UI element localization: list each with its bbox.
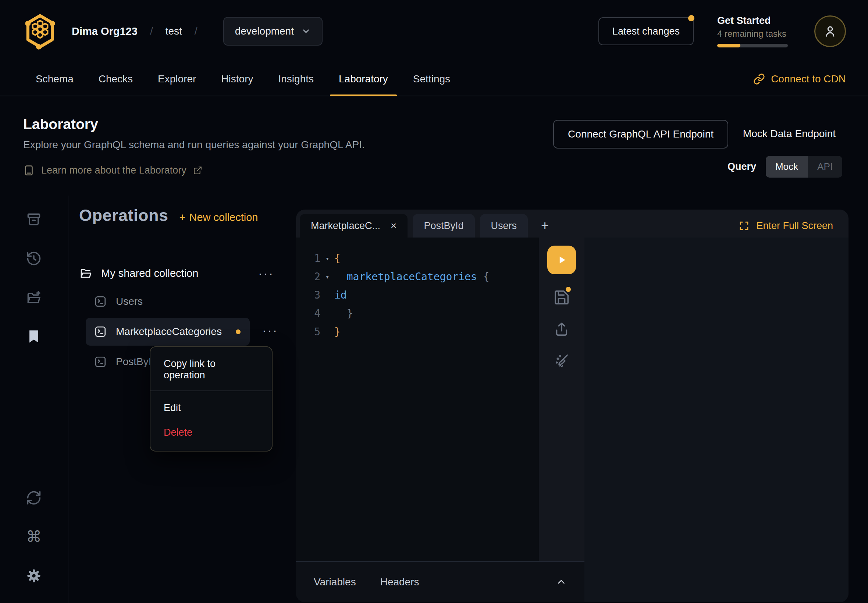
connect-graphql-endpoint-button[interactable]: Connect GraphQL API Endpoint xyxy=(553,120,728,148)
get-started-title: Get Started xyxy=(717,15,791,26)
editor-tab-post-by-id[interactable]: PostById xyxy=(413,214,475,238)
learn-more-link[interactable]: Learn more about the Laboratory xyxy=(23,165,365,176)
history-icon[interactable] xyxy=(26,250,42,267)
plus-icon: + xyxy=(179,212,186,224)
new-collection-button[interactable]: + New collection xyxy=(179,212,258,224)
environment-select[interactable]: development xyxy=(223,17,323,46)
tab-explorer[interactable]: Explorer xyxy=(145,62,209,96)
share-operation-button[interactable] xyxy=(553,321,570,337)
folder-open-icon xyxy=(79,267,92,280)
get-started-widget[interactable]: Get Started 4 remaining tasks xyxy=(717,15,791,48)
operation-item-users[interactable]: Users xyxy=(86,288,250,315)
collection-menu-button[interactable]: ··· xyxy=(258,269,274,277)
operation-context-menu: Copy link to operation Edit Delete xyxy=(150,346,272,451)
breadcrumb: Dima Org123 / test / development xyxy=(72,17,323,46)
editor-tab-label: MarketplaceC... xyxy=(311,220,380,232)
editor-tabstrip: MarketplaceC... × PostById Users + Enter… xyxy=(296,210,848,238)
book-icon xyxy=(23,165,34,176)
editor-tab-label: PostById xyxy=(424,220,463,232)
page-header: Laboratory Explore your GraphQL schema a… xyxy=(0,97,868,196)
bookmarks-icon[interactable] xyxy=(26,328,42,345)
menu-item-delete[interactable]: Delete xyxy=(150,419,272,451)
fullscreen-icon xyxy=(738,220,750,231)
editor-body: 1 ▾ { 2 ▾ marketplaceCategories { 3 id 4… xyxy=(296,238,848,602)
user-avatar[interactable] xyxy=(814,15,846,47)
operations-title: Operations xyxy=(79,206,169,225)
get-started-progress-fill xyxy=(717,44,740,48)
menu-item-copy-link[interactable]: Copy link to operation xyxy=(150,347,272,391)
learn-more-label: Learn more about the Laboratory xyxy=(41,165,186,176)
chevron-up-icon[interactable] xyxy=(556,577,567,588)
query-editor[interactable]: 1 ▾ { 2 ▾ marketplaceCategories { 3 id 4… xyxy=(296,238,539,561)
tab-checks[interactable]: Checks xyxy=(86,62,145,96)
collection-row[interactable]: My shared collection ··· xyxy=(79,261,274,285)
play-icon xyxy=(555,254,568,267)
menu-item-edit[interactable]: Edit xyxy=(150,391,272,419)
keyboard-shortcuts-icon[interactable]: ⌘ xyxy=(26,529,42,545)
mock-data-endpoint-button[interactable]: Mock Data Endpoint xyxy=(743,128,836,140)
notification-dot xyxy=(688,15,695,21)
code-line: 2 ▾ marketplaceCategories { xyxy=(296,267,539,286)
breadcrumb-org[interactable]: Dima Org123 xyxy=(72,25,138,37)
query-mode-label: Query xyxy=(727,161,756,172)
tab-laboratory[interactable]: Laboratory xyxy=(326,62,401,96)
link-icon xyxy=(753,73,765,85)
top-bar-right: Latest changes Get Started 4 remaining t… xyxy=(599,15,846,48)
new-tab-button[interactable]: + xyxy=(534,214,555,238)
operation-menu-button[interactable]: ··· xyxy=(262,326,278,334)
breadcrumb-project[interactable]: test xyxy=(166,25,182,37)
user-icon xyxy=(822,23,838,39)
breadcrumb-separator: / xyxy=(150,25,153,37)
query-mode-row: Query Mock API xyxy=(727,156,842,178)
enter-full-screen-button[interactable]: Enter Full Screen xyxy=(738,214,833,238)
get-started-tasks: 4 remaining tasks xyxy=(717,29,791,39)
tab-insights[interactable]: Insights xyxy=(266,62,326,96)
unsaved-changes-dot xyxy=(566,287,571,292)
run-query-button[interactable] xyxy=(547,246,576,274)
collection-name: My shared collection xyxy=(101,267,198,280)
latest-changes-button[interactable]: Latest changes xyxy=(599,17,694,45)
code-line: 1 ▾ { xyxy=(296,249,539,267)
operation-name: Users xyxy=(116,295,143,308)
new-collection-label: New collection xyxy=(189,212,258,224)
sync-schema-icon[interactable] xyxy=(26,490,42,506)
settings-gear-icon[interactable] xyxy=(26,568,42,584)
tab-schema[interactable]: Schema xyxy=(23,62,86,96)
headers-tab[interactable]: Headers xyxy=(380,576,419,588)
editor-tab-marketplace[interactable]: MarketplaceC... × xyxy=(300,214,407,238)
new-collection-folder-icon[interactable] xyxy=(26,289,42,306)
get-started-progress xyxy=(717,44,788,48)
tab-settings[interactable]: Settings xyxy=(401,62,463,96)
code-line: 5 } xyxy=(296,323,539,341)
variables-tab[interactable]: Variables xyxy=(314,576,356,588)
chevron-down-icon xyxy=(301,26,311,36)
code-line: 3 id xyxy=(296,286,539,305)
tab-history[interactable]: History xyxy=(209,62,266,96)
save-operation-button[interactable] xyxy=(553,289,570,306)
environment-select-value: development xyxy=(235,25,294,37)
laboratory-editor-panel: MarketplaceC... × PostById Users + Enter… xyxy=(296,210,848,602)
fold-icon[interactable]: ▾ xyxy=(320,267,334,286)
line-number: 5 xyxy=(296,323,320,341)
line-number: 1 xyxy=(296,249,320,267)
close-icon[interactable]: × xyxy=(391,220,396,232)
main-nav: Schema Checks Explorer History Insights … xyxy=(0,62,868,96)
editor-tab-users[interactable]: Users xyxy=(480,214,528,238)
fold-icon[interactable]: ▾ xyxy=(320,249,334,267)
connect-to-cdn-label: Connect to CDN xyxy=(771,73,846,85)
query-mode-mock[interactable]: Mock xyxy=(766,156,808,178)
query-mode-api[interactable]: API xyxy=(808,156,842,178)
line-number: 4 xyxy=(296,305,320,323)
response-pane xyxy=(585,238,848,602)
line-number: 3 xyxy=(296,286,320,305)
connect-to-cdn-link[interactable]: Connect to CDN xyxy=(753,62,846,96)
external-link-icon xyxy=(193,166,202,175)
collections-icon[interactable] xyxy=(26,212,42,227)
top-bar: Dima Org123 / test / development Latest … xyxy=(0,0,868,62)
page-subtitle: Explore your GraphQL schema and run quer… xyxy=(23,139,365,151)
hive-logo-icon[interactable] xyxy=(23,13,57,49)
prettify-button[interactable] xyxy=(553,352,570,369)
operation-name: MarketplaceCategories xyxy=(116,326,222,337)
operation-item-marketplace-categories[interactable]: MarketplaceCategories ··· xyxy=(86,318,250,346)
query-mode-toggle: Mock API xyxy=(766,156,842,178)
